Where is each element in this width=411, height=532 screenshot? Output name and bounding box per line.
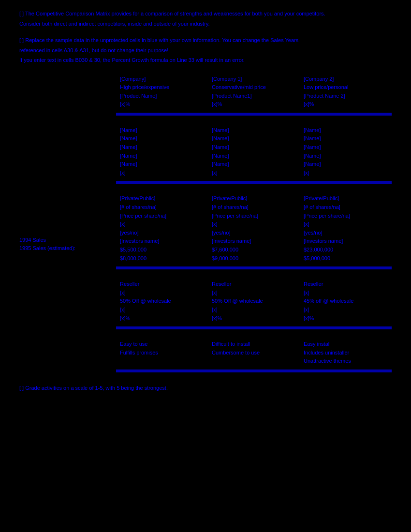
divider-features [19,368,392,376]
cell: [x] [120,289,204,297]
company-info-row: [Company] High price/expensive [Product … [19,73,392,111]
cell: $8,000,000 [120,254,204,263]
cell: [Investors name] [120,237,204,246]
sales-1995-label: 1995 Sales (estimated): [19,244,111,252]
cell: [Private/Public] [120,194,204,203]
instruction-2-line-2: referenced in cells A30 & A31, but do no… [19,46,392,55]
cell: [Product Name 2] [304,92,388,101]
cell-easy-install: Easy install [304,340,388,349]
instruction-1-line-1: [ ] The Competitive Comparison Matrix pr… [19,10,392,18]
cell: [x]% [120,314,204,323]
instruction-1-line-2: Consider both direct and indirect compet… [19,20,392,28]
cell: [x] [120,220,204,229]
cell: [Name] [212,152,296,161]
section-company-info: [Company] High price/expensive [Product … [19,73,392,119]
col-financial-0: [Private/Public] [# of shares/na] [Price… [116,192,208,265]
col-reseller-0: Reseller [x] 50% Off @ wholesale [x] [x]… [116,278,208,325]
cell: [Product Name] [120,92,204,101]
row-label-company [19,73,116,111]
cell: [x]% [304,100,388,109]
cell: [Price per share/na] [304,212,388,221]
row-label-features [19,338,116,368]
cell: [# of shares/na] [212,203,296,212]
cell: [Name] [212,126,296,135]
cell: [yes/no] [212,229,296,237]
col-financial-2: [Private/Public] [# of shares/na] [Price… [300,192,392,265]
cell-cumbersome: Cumbersome to use [212,349,296,357]
cell: [yes/no] [304,229,388,237]
divider-reseller [19,325,392,333]
cell: [x] [304,220,388,229]
section-features: Easy to use Fulfills promises Difficult … [19,338,392,376]
cell: [Name] [120,143,204,152]
cell: [x] [212,220,296,229]
cell: [Name] [304,160,388,169]
instruction-2-line-3: If you enter text in cells B030 & 30, th… [19,56,392,64]
cell-fulfills: Fulfills promises [120,349,204,357]
cell-unattractive-themes: Unattractive themes [304,357,388,366]
cell: 50% Off @ wholesale [120,297,204,306]
cell: $23,000,000 [304,246,388,254]
cell: $5,000,000 [304,254,388,263]
cell: [Name] [304,143,388,152]
cell: [Name] [120,152,204,161]
cell: [Company 2] [304,75,388,84]
cell: [Product Name1] [212,92,296,101]
cell: [Name] [212,143,296,152]
col-features-0: Easy to use Fulfills promises [116,338,208,368]
features-row: Easy to use Fulfills promises Difficult … [19,338,392,368]
col-financial-1: [Private/Public] [# of shares/na] [Price… [208,192,300,265]
columns-company: [Company] High price/expensive [Product … [116,73,392,111]
cell: Reseller [304,280,388,289]
financial-row: 1994 Sales 1995 Sales (estimated): [Priv… [19,192,392,265]
cell: $7,600,000 [212,246,296,254]
cell: [x] [304,169,388,177]
col-names-2: [Name] [Name] [Name] [Name] [Name] [x] [300,124,392,179]
cell: 50% Off @ wholesale [212,297,296,306]
cell: [Name] [120,134,204,143]
page-container: [ ] The Competitive Comparison Matrix pr… [19,10,392,392]
sales-1994-label: 1994 Sales [19,236,111,244]
cell: [Name] [212,160,296,169]
cell: [Price per share/na] [212,212,296,221]
cell: [Name] [212,134,296,143]
col-company-1: [Company 1] Conservative/mid price [Prod… [208,73,300,111]
cell: [Private/Public] [212,194,296,203]
divider-financial [19,265,392,273]
cell: [# of shares/na] [304,203,388,212]
footer-instruction-text: [ ] Grade activities on a scale of 1-5, … [19,384,392,392]
section-reseller: Reseller [x] 50% Off @ wholesale [x] [x]… [19,278,392,333]
cell: [x]% [120,100,204,109]
col-reseller-2: Reseller [x] 45% off @ wholesale [x] [x]… [300,278,392,325]
cell: [Name] [120,160,204,169]
cell: [x] [304,289,388,297]
cell: [x] [212,289,296,297]
cell: [Company] [120,75,204,84]
footer-instruction: [ ] Grade activities on a scale of 1-5, … [19,384,392,392]
col-company-2: [Company 2] Low price/personal [Product … [300,73,392,111]
cell: [yes/no] [120,229,204,237]
instructions-block-2: [ ] Replace the sample data in the unpro… [19,36,392,64]
cell-includes-uninstaller: Includes uninstaller [304,349,388,357]
cell: [x] [212,306,296,314]
cell: [x]% [212,314,296,323]
cell: Reseller [120,280,204,289]
cell: $9,000,000 [212,254,296,263]
cell-difficult-install: Difficult to install [212,340,296,349]
col-features-1: Difficult to install Cumbersome to use [208,338,300,368]
cell: [Investors name] [304,237,388,246]
col-names-0: [Name] [Name] [Name] [Name] [Name] [x] [116,124,208,179]
cell: [x] [120,169,204,177]
instruction-2-line-1: [ ] Replace the sample data in the unpro… [19,36,392,44]
row-label-names [19,124,116,179]
cell: [Name] [304,126,388,135]
names-row: [Name] [Name] [Name] [Name] [Name] [x] [… [19,124,392,179]
col-features-2: Easy install Includes uninstaller Unattr… [300,338,392,368]
cell: [x]% [212,100,296,109]
cell: [Price per share/na] [120,212,204,221]
cell: [Name] [304,152,388,161]
cell: [# of shares/na] [120,203,204,212]
reseller-row: Reseller [x] 50% Off @ wholesale [x] [x]… [19,278,392,325]
cell: [Company 1] [212,75,296,84]
cell: [Name] [304,134,388,143]
